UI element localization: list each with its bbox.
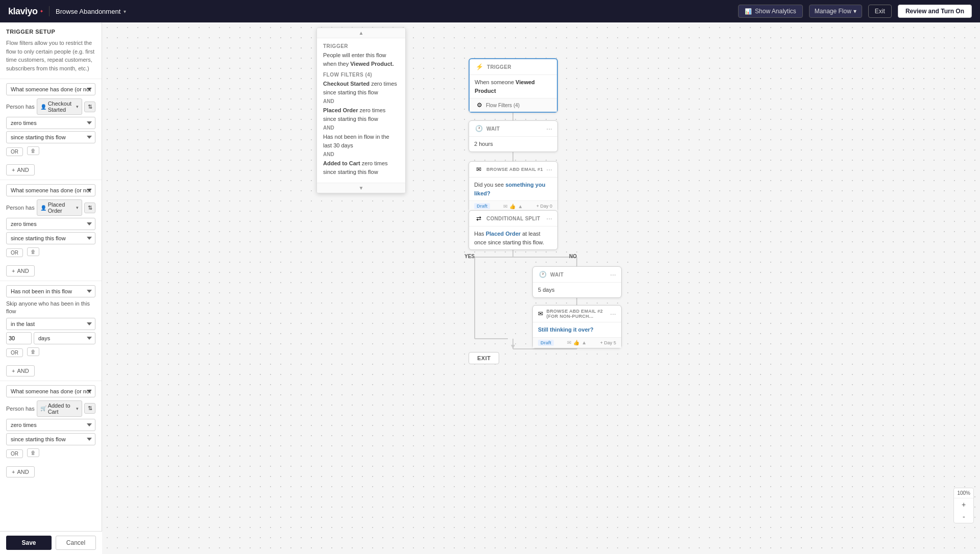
or-button-3[interactable]: OR	[6, 348, 23, 357]
email-action-icon-2[interactable]: ✉	[567, 340, 571, 345]
bottom-bar: Save Cancel	[0, 531, 102, 554]
popup-scroll-down[interactable]: ▼	[317, 183, 405, 193]
review-turn-on-button[interactable]: Review and Turn On	[898, 5, 972, 18]
delete-button-1[interactable]: 🗑	[27, 146, 39, 155]
email-node-1[interactable]: ✉ Browse Abd Email #1 ··· Did you see so…	[469, 161, 558, 212]
person-has-row-1: Person has 👤 Checkout Started ▾ ⇅	[6, 98, 95, 115]
and-button-2[interactable]: + AND	[6, 265, 35, 276]
zoom-in-button[interactable]: +	[954, 498, 973, 511]
exit-button[interactable]: Exit	[868, 5, 892, 18]
placed-order-tag[interactable]: 👤 Placed Order ▾	[37, 199, 82, 216]
condition-select-4[interactable]: What someone has done (or not done)	[6, 385, 95, 397]
or-delete-row-2: OR 🗑	[6, 246, 95, 257]
placed-order-filter-type-btn[interactable]: ⇅	[84, 203, 95, 213]
email-node-2-body: Still thinking it over?	[533, 322, 621, 337]
trigger-node[interactable]: ⚡ Trigger When someone Viewed Product ⚙ …	[469, 58, 558, 113]
conditional-node-title: Conditional Split	[486, 216, 540, 221]
email-node-1-menu[interactable]: ···	[546, 165, 552, 173]
or-delete-row-3: OR 🗑	[6, 346, 95, 357]
nav-divider	[49, 6, 50, 16]
popup-filter-item-4: Added to Cart zero times since starting …	[323, 159, 399, 176]
condition-select-3[interactable]: Has not been in this flow	[6, 285, 95, 297]
email-node-2-menu[interactable]: ···	[610, 310, 616, 318]
trigger-setup-description: Flow filters allow you to restrict the f…	[0, 39, 102, 79]
count-select-4[interactable]: zero times	[6, 419, 95, 431]
condition-select-2[interactable]: What someone has done (or not done)	[6, 184, 95, 196]
wait-node-1-body: 2 hours	[469, 137, 557, 152]
left-panel: TRIGGER SETUP Flow filters allow you to …	[0, 22, 102, 554]
save-button[interactable]: Save	[6, 536, 52, 550]
email-icon-1: ✉	[474, 165, 483, 174]
manage-flow-button[interactable]: Manage Flow ▾	[809, 5, 862, 18]
delete-button-2[interactable]: 🗑	[27, 247, 39, 256]
trigger-node-footer: ⚙ Flow Filters (4)	[470, 98, 557, 112]
email-node-1-title: Browse Abd Email #1	[486, 167, 543, 172]
email-node-1-header: ✉ Browse Abd Email #1 ···	[469, 162, 557, 178]
logo: klaviyo✦	[8, 6, 43, 17]
email-node-2-badge: Draft	[538, 340, 554, 346]
flow-name-button[interactable]: Browse Abandonment ▾	[56, 8, 126, 15]
and-label-2: AND	[17, 268, 29, 274]
or-button-4[interactable]: OR	[6, 449, 23, 458]
flow-canvas[interactable]: ▲ TRIGGER People will enter this flow wh…	[102, 22, 980, 554]
wait-node-1[interactable]: 🕐 Wait ··· 2 hours	[469, 120, 558, 152]
arrow-up-icon-1[interactable]: ▲	[518, 204, 523, 209]
added-to-cart-arrow-icon: ▾	[76, 406, 79, 411]
no-label: NO	[569, 254, 577, 259]
filter-count-row-2: zero times	[6, 218, 95, 230]
or-button-2[interactable]: OR	[6, 248, 23, 257]
popup-scroll-up[interactable]: ▲	[317, 28, 405, 38]
cancel-button[interactable]: Cancel	[56, 536, 96, 550]
conditional-node-body: Has Placed Order at least once since sta…	[469, 226, 557, 249]
wait-node-2-menu[interactable]: ···	[610, 270, 616, 279]
and-label-3: AND	[17, 368, 29, 374]
popup-filter-item-3: Has not been in flow in the last 30 days	[323, 133, 399, 149]
popup-and-1: AND	[323, 98, 399, 104]
email-node-2-title: Browse Abd Email #2 (for non-purch...	[546, 309, 607, 319]
email-node-2-footer: Draft ✉ 👍 ▲ + Day 5	[533, 337, 621, 348]
filter-count-row-4: zero times	[6, 419, 95, 431]
days-count-input[interactable]	[6, 332, 32, 344]
and-button-3[interactable]: + AND	[6, 365, 35, 376]
exit-node[interactable]: EXIT	[469, 352, 499, 364]
added-to-cart-filter-type-btn[interactable]: ⇅	[84, 403, 95, 414]
email-action-icon-1[interactable]: ✉	[503, 204, 507, 209]
count-select-1[interactable]: zero times	[6, 117, 95, 129]
and-button-1[interactable]: + AND	[6, 164, 35, 175]
or-button-1[interactable]: OR	[6, 147, 23, 156]
and-button-4[interactable]: + AND	[6, 466, 35, 477]
filter-group-4: What someone has done (or not done) Pers…	[0, 381, 102, 462]
thumbs-up-icon-1[interactable]: 👍	[509, 204, 516, 209]
email-node-1-actions: ✉ 👍 ▲	[503, 204, 523, 209]
or-delete-row-4: OR 🗑	[6, 447, 95, 458]
arrow-up-icon-2[interactable]: ▲	[581, 340, 586, 345]
yes-label: YES	[464, 254, 475, 259]
show-analytics-button[interactable]: 📊 Show Analytics	[738, 5, 803, 18]
wait-node-2[interactable]: 🕐 Wait ··· 5 days	[532, 266, 622, 298]
days-unit-select[interactable]: days	[34, 332, 95, 344]
checkout-started-tag[interactable]: 👤 Checkout Started ▾	[37, 98, 82, 115]
email-node-2[interactable]: ✉ Browse Abd Email #2 (for non-purch... …	[532, 305, 622, 348]
checkout-filter-type-btn[interactable]: ⇅	[84, 102, 95, 112]
added-to-cart-tag[interactable]: 🛒 Added to Cart ▾	[37, 400, 82, 417]
delete-button-4[interactable]: 🗑	[27, 448, 39, 457]
conditional-split-node[interactable]: ⇄ Conditional Split ··· Has Placed Order…	[469, 210, 558, 250]
condition-select-1[interactable]: What someone has done (or not done)	[6, 83, 95, 95]
filter-group-3: Has not been in this flow Skip anyone wh…	[0, 281, 102, 361]
time-select-2[interactable]: since starting this flow	[6, 232, 95, 244]
in-the-last-select[interactable]: in the last	[6, 318, 95, 330]
trigger-filter-icon: ⚙	[475, 100, 484, 110]
wait-node-1-menu[interactable]: ···	[546, 124, 552, 133]
delete-button-3[interactable]: 🗑	[27, 347, 39, 356]
person-has-row-2: Person has 👤 Placed Order ▾ ⇅	[6, 199, 95, 216]
thumbs-up-icon-2[interactable]: 👍	[573, 340, 579, 345]
conditional-node-menu[interactable]: ···	[546, 214, 552, 222]
time-select-1[interactable]: since starting this flow	[6, 131, 95, 143]
conditional-node-header: ⇄ Conditional Split ···	[469, 211, 557, 226]
flow-filters-popup: ▲ TRIGGER People will enter this flow wh…	[316, 28, 406, 193]
zoom-out-button[interactable]: -	[954, 511, 973, 523]
days-row: days	[6, 332, 95, 344]
time-select-4[interactable]: since starting this flow	[6, 433, 95, 445]
count-select-2[interactable]: zero times	[6, 218, 95, 230]
placed-order-label: Placed Order	[48, 202, 75, 214]
